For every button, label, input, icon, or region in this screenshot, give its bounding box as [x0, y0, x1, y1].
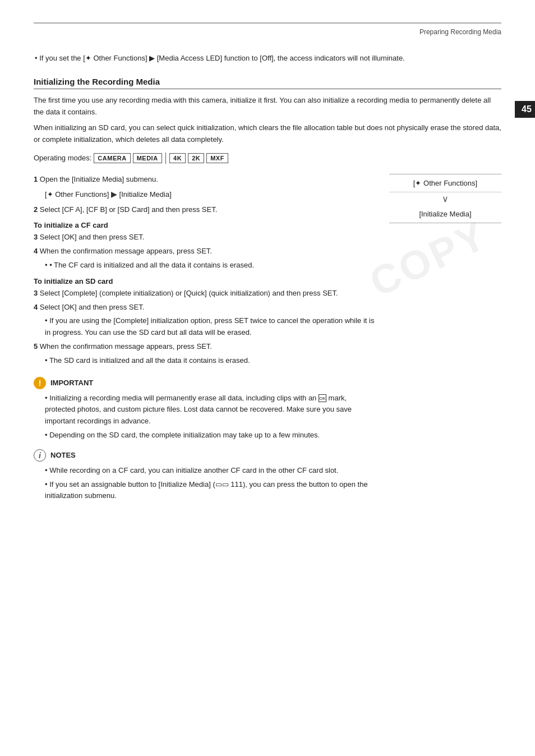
body-text-2: When initializing an SD card, you can se… — [34, 122, 501, 146]
important-bullet-2: • Depending on the SD card, the complete… — [34, 430, 378, 441]
operating-modes: Operating modes: CAMERA MEDIA 4K 2K MXF — [34, 153, 501, 164]
page-number: 45 — [515, 101, 535, 118]
notes-bullet-1: • While recording on a CF card, you can … — [34, 465, 378, 477]
sidebar-arrow: ∨ — [389, 192, 501, 205]
badge-mxf: MXF — [206, 153, 228, 163]
sd-step-3: 3 Select [Complete] (complete initializa… — [34, 288, 378, 299]
notes-bullet-2: • If you set an assignable button to [In… — [34, 479, 378, 503]
sidebar-item-2: [Initialize Media] — [389, 205, 501, 223]
sidebar-box: [✦ Other Functions] ∨ [Initialize Media] — [389, 174, 501, 223]
sd-step-5-bullet: • The SD card is initialized and all the… — [34, 355, 378, 367]
cf-heading: To initialize a CF card — [34, 221, 378, 229]
mode-separator — [165, 153, 167, 164]
ok-mark-icon: OK — [319, 394, 326, 402]
sd-heading: To initialize an SD card — [34, 277, 378, 285]
notes-header: i NOTES — [34, 449, 378, 462]
notes-section: i NOTES • While recording on a CF card, … — [34, 449, 378, 502]
notes-label: NOTES — [50, 451, 76, 459]
important-bullet-1: • Initializing a recording media will pe… — [34, 393, 378, 427]
page: Preparing Recording Media 45 COPY • If y… — [0, 0, 535, 756]
badge-2k: 2K — [188, 153, 204, 163]
sidebar-item-1: [✦ Other Functions] — [389, 174, 501, 192]
main-content: 1 Open the [Initialize Media] submenu. [… — [34, 174, 501, 502]
body-text-1: The first time you use any recording med… — [34, 95, 501, 118]
operating-modes-label: Operating modes: — [34, 154, 91, 162]
cf-step-4-bullet: • The CF card is initialized and all the… — [34, 260, 378, 271]
sd-step-4: 4 Select [OK] and then press SET. — [34, 302, 378, 314]
header-title: Preparing Recording Media — [419, 28, 501, 36]
badge-media: MEDIA — [133, 153, 162, 163]
important-section: ! IMPORTANT • Initializing a recording m… — [34, 377, 378, 441]
left-column: 1 Open the [Initialize Media] submenu. [… — [34, 174, 378, 502]
sd-step-4-bullet: • If you are using the [Complete] initia… — [34, 315, 378, 339]
sidebar-item-1-text: [✦ Other Functions] — [413, 179, 477, 187]
intro-bullet: • If you set the [✦ Other Functions] ▶ [… — [34, 53, 501, 64]
important-icon: ! — [34, 377, 46, 389]
badge-4k: 4K — [169, 153, 186, 163]
important-header: ! IMPORTANT — [34, 377, 378, 389]
notes-icon: i — [34, 449, 46, 462]
badge-camera: CAMERA — [94, 153, 130, 163]
step-2: 2 Select [CF A], [CF B] or [SD Card] and… — [34, 204, 378, 216]
sd-step-5: 5 When the confirmation message appears,… — [34, 341, 378, 353]
step-1: 1 Open the [Initialize Media] submenu. — [34, 174, 378, 186]
section-title: Initializing the Recording Media — [34, 77, 501, 89]
step-1-sub: [✦ Other Functions] ▶ [Initialize Media] — [34, 188, 378, 201]
cf-step-4: 4 When the confirmation message appears,… — [34, 246, 378, 257]
sidebar-item-2-text: [Initialize Media] — [419, 210, 471, 218]
intro-section: • If you set the [✦ Other Functions] ▶ [… — [34, 53, 501, 64]
page-header: Preparing Recording Media — [34, 28, 501, 36]
important-label: IMPORTANT — [50, 379, 93, 387]
right-column: [✦ Other Functions] ∨ [Initialize Media] — [389, 174, 501, 502]
top-rule — [34, 22, 501, 24]
cf-step-3: 3 Select [OK] and then press SET. — [34, 232, 378, 243]
